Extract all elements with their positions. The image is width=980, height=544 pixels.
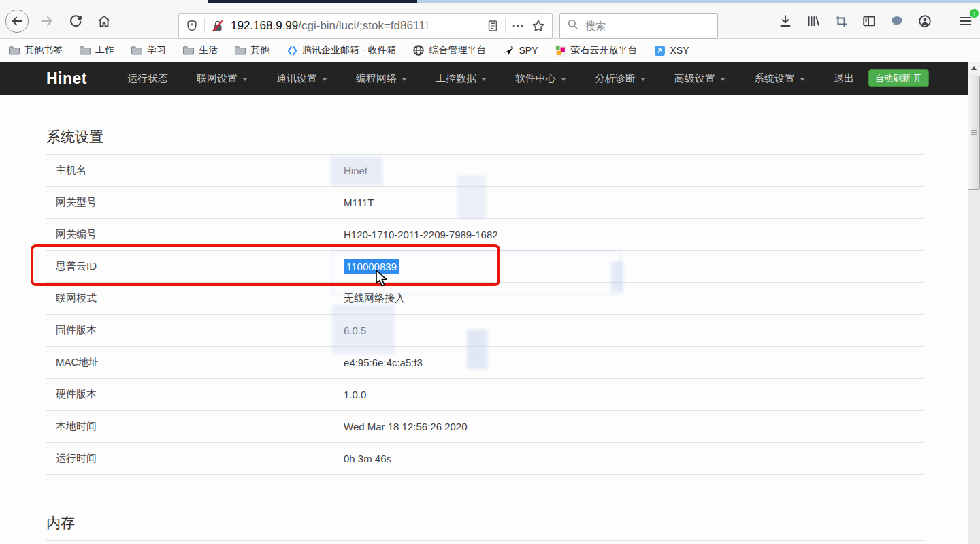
download-icon[interactable] [777,13,794,29]
library-icon[interactable] [805,13,821,29]
bookmark-label: 萤石云开放平台 [570,44,637,57]
web-page: Hinet 运行状态 联网设置 [0,62,968,544]
search-placeholder: 搜索 [585,20,606,33]
folder-icon [234,44,246,57]
bookmark-item[interactable]: 腾讯企业邮箱 - 收件箱 [286,44,396,57]
account-icon[interactable] [917,13,933,29]
chevron-down-icon [481,78,487,81]
table-row: 网关型号 M111T [46,187,924,219]
page-actions-icon[interactable] [510,18,525,33]
bookmark-item[interactable]: 工作 [79,44,114,57]
sidebar-icon[interactable] [861,13,877,29]
bookmark-item[interactable]: 生活 [182,44,218,57]
nav-buttons [5,3,114,39]
scrollbar-grip [971,130,977,135]
auto-refresh-toggle[interactable]: 自动刷新 开 [868,69,929,87]
row-value[interactable]: e4:95:6e:4c:a5:f3 [344,357,423,368]
bookmark-label: SPY [519,45,538,56]
bookmark-star-icon[interactable] [530,18,546,34]
menu-icon[interactable]: ↑ [957,12,975,30]
search-icon [566,18,580,34]
screenshot-icon[interactable] [833,13,849,29]
table-row: 固件版本 6.0.5 [46,315,924,347]
scrollbar-up-button[interactable] [968,62,980,74]
spy-dart-icon [502,44,514,57]
chevron-down-icon [640,78,646,81]
table-row: 主机名 Hinet [46,155,924,187]
row-value[interactable]: 1.0.0 [344,389,366,400]
insecure-lock-icon[interactable] [210,18,226,34]
table-row: MAC地址 e4:95:6e:4c:a5:f3 [46,347,924,379]
tencent-mail-icon [286,44,298,57]
url-text[interactable]: 192.168.9.99/cgi-bin/luci/;stok=fd86111 [231,19,480,33]
bookmark-item[interactable]: 其他书签 [8,44,63,57]
bookmark-item[interactable]: 综合管理平台 [412,44,486,57]
nav-menu-item[interactable]: 联网设置 [182,72,262,85]
folder-icon [8,44,20,57]
memory-section-title: 内存 [46,513,924,532]
table-row: 硬件版本 1.0.0 [46,379,924,411]
row-label: 固件版本 [46,324,97,337]
bookmark-item[interactable]: SPY [502,44,538,57]
bookmark-label: 学习 [147,44,166,57]
folder-icon [182,44,195,57]
row-value[interactable]: Hinet [344,165,368,176]
nav-menu-item[interactable]: 软件中心 [501,72,581,85]
page-title: 系统设置 [46,127,924,146]
home-icon[interactable] [94,11,114,31]
chevron-down-icon [800,78,805,81]
forward-icon[interactable] [37,11,57,31]
bookmarks-bar: 其他书签 工作 学习 生活 其他 腾讯企 [0,39,980,62]
urlbar-separator [204,18,205,33]
row-label: 网关编号 [46,228,97,241]
bookmark-item[interactable]: 其他 [234,44,270,57]
chevron-down-icon [322,78,327,81]
row-label: MAC地址 [46,356,99,369]
row-label: 硬件版本 [46,388,97,401]
toolbar-separator [945,12,945,30]
reader-mode-icon[interactable] [485,18,500,33]
messages-icon[interactable] [889,13,905,29]
row-value[interactable]: 6.0.5 [344,325,366,336]
row-value[interactable]: 0h 3m 46s [344,453,391,464]
scrollbar-thumb[interactable] [968,76,980,190]
bookmark-label: 综合管理平台 [429,44,486,57]
nav-menu-item[interactable]: 退出 [819,72,868,85]
update-available-badge: ↑ [969,8,979,18]
site-navbar: Hinet 运行状态 联网设置 [0,62,968,95]
row-label: 联网模式 [46,292,97,305]
row-value[interactable]: Wed Mar 18 12:56:26 2020 [344,421,468,432]
bookmark-item[interactable]: XSY [653,44,689,57]
row-value[interactable]: 110000839 [344,259,399,274]
search-bar[interactable]: 搜索 [559,13,718,39]
url-bar[interactable]: 192.168.9.99/cgi-bin/luci/;stok=fd86111 [178,13,553,39]
nav-menu-item[interactable]: 运行状态 [113,72,182,85]
vertical-scrollbar[interactable] [968,62,980,544]
chevron-down-icon [561,78,566,81]
table-row: 思普云ID 110000839 [46,251,924,283]
site-logo: Hinet [46,69,87,88]
back-icon[interactable] [5,10,29,33]
nav-menu-item[interactable]: 编程网络 [342,72,421,85]
page-viewport: Hinet 运行状态 联网设置 [0,62,980,544]
row-value[interactable]: M111T [344,197,374,208]
bookmark-item[interactable]: 萤石云开放平台 [554,44,637,57]
browser-toolbar: 192.168.9.99/cgi-bin/luci/;stok=fd86111 … [0,3,980,39]
bookmark-label: 生活 [199,44,218,57]
scrollbar-track[interactable] [968,190,980,544]
row-value[interactable]: 无线网络接入 [344,292,405,305]
nav-menu-item[interactable]: 分析诊断 [581,72,660,85]
table-row: 网关编号 H120-1710-2011-2209-7989-1682 [46,219,924,251]
row-value[interactable]: H120-1710-2011-2209-7989-1682 [344,229,498,240]
chevron-down-icon [720,78,725,81]
nav-menu-item[interactable]: 工控数据 [421,72,501,85]
nav-menu-item[interactable]: 系统设置 [740,72,819,85]
xsy-icon [653,44,666,57]
nav-menu-item[interactable]: 高级设置 [660,72,740,85]
nav-menu-item[interactable]: 通讯设置 [262,72,342,85]
reload-icon[interactable] [65,11,86,31]
shield-icon[interactable] [184,18,199,33]
bookmark-item[interactable]: 学习 [131,44,166,57]
toolbar-action-icons: ↑ [777,3,975,39]
row-label: 主机名 [46,164,86,177]
